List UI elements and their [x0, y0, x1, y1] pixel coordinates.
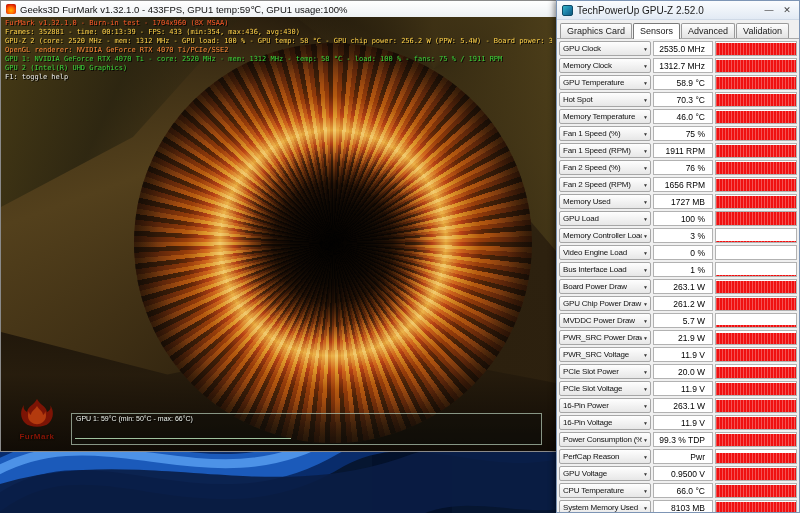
sensor-graph: [715, 483, 797, 498]
gpu-temp-graph-label: GPU 1: 59°C (min: 50°C - max: 66°C): [76, 415, 193, 422]
sensor-value: 11.9 V: [653, 381, 713, 396]
sensor-label-button[interactable]: Power Consumption (%)▼: [559, 432, 651, 447]
osd-line: GPU-Z 2 (core: 2520 MHz - mem: 1312 MHz …: [5, 37, 552, 46]
sensor-graph-fill: [716, 453, 796, 463]
sensor-label-button[interactable]: GPU Load▼: [559, 211, 651, 226]
sensor-row: Fan 1 Speed (%)▼75 %: [559, 125, 797, 142]
sensor-graph: [715, 279, 797, 294]
sensor-label-button[interactable]: GPU Clock▼: [559, 41, 651, 56]
sensor-value: 100 %: [653, 211, 713, 226]
osd-line: Frames: 352881 - time: 00:13:39 - FPS: 4…: [5, 28, 552, 37]
sensor-label-button[interactable]: Memory Temperature▼: [559, 109, 651, 124]
sensor-label-button[interactable]: 16-Pin Voltage▼: [559, 415, 651, 430]
sensor-label-button[interactable]: Fan 2 Speed (RPM)▼: [559, 177, 651, 192]
furmark-render-area: FurMark v1.32.1.0 - Burn-in test - 1704x…: [1, 17, 556, 451]
sensor-label-button[interactable]: Memory Used▼: [559, 194, 651, 209]
sensor-graph-fill: [716, 145, 796, 157]
furmark-fur-donut: [134, 43, 532, 443]
sensor-label-text: Fan 2 Speed (RPM): [563, 180, 642, 189]
sensor-label-button[interactable]: Memory Clock▼: [559, 58, 651, 73]
sensor-label-button[interactable]: Hot Spot▼: [559, 92, 651, 107]
sensor-label-text: Power Consumption (%): [563, 435, 642, 444]
sensor-label-button[interactable]: PWR_SRC Power Draw▼: [559, 330, 651, 345]
chevron-down-icon: ▼: [643, 437, 648, 443]
chevron-down-icon: ▼: [643, 471, 648, 477]
sensor-label-button[interactable]: Fan 1 Speed (%)▼: [559, 126, 651, 141]
furmark-window: Geeks3D FurMark v1.32.1.0 - 433FPS, GPU1…: [0, 0, 557, 452]
sensor-row: CPU Temperature▼66.0 °C: [559, 482, 797, 499]
sensor-label-text: Fan 1 Speed (%): [563, 129, 642, 138]
tab-validation[interactable]: Validation: [736, 23, 789, 38]
sensor-graph-fill: [716, 325, 796, 327]
tab-graphics-card[interactable]: Graphics Card: [560, 23, 632, 38]
sensor-label-button[interactable]: PCIe Slot Power▼: [559, 364, 651, 379]
sensor-label-button[interactable]: PerfCap Reason▼: [559, 449, 651, 464]
sensor-label-button[interactable]: Board Power Draw▼: [559, 279, 651, 294]
sensor-graph-fill: [716, 383, 796, 395]
sensor-label-button[interactable]: PWR_SRC Voltage▼: [559, 347, 651, 362]
sensor-label-button[interactable]: Video Engine Load▼: [559, 245, 651, 260]
furmark-window-title: Geeks3D FurMark v1.32.1.0 - 433FPS, GPU1…: [20, 4, 348, 15]
sensor-value: 20.0 W: [653, 364, 713, 379]
minimize-icon[interactable]: —: [762, 3, 776, 17]
sensor-value: 0 %: [653, 245, 713, 260]
tab-sensors[interactable]: Sensors: [633, 23, 680, 39]
sensor-graph-fill: [716, 298, 796, 310]
sensor-label-text: PWR_SRC Voltage: [563, 350, 642, 359]
chevron-down-icon: ▼: [643, 131, 648, 137]
sensor-label-button[interactable]: GPU Voltage▼: [559, 466, 651, 481]
sensor-graph-fill: [716, 43, 796, 55]
osd-line: OpenGL renderer: NVIDIA GeForce RTX 4070…: [5, 46, 552, 55]
sensor-value: 261.2 W: [653, 296, 713, 311]
sensor-graph: [715, 177, 797, 192]
sensor-graph-fill: [716, 485, 796, 497]
tab-advanced[interactable]: Advanced: [681, 23, 735, 38]
close-icon[interactable]: ✕: [780, 3, 794, 17]
sensor-value: 0.9500 V: [653, 466, 713, 481]
sensor-graph: [715, 92, 797, 107]
sensor-label-button[interactable]: Fan 2 Speed (%)▼: [559, 160, 651, 175]
sensor-label-text: MVDDC Power Draw: [563, 316, 642, 325]
sensor-graph: [715, 364, 797, 379]
sensor-row: Fan 2 Speed (%)▼76 %: [559, 159, 797, 176]
chevron-down-icon: ▼: [643, 267, 648, 273]
sensor-row: GPU Clock▼2535.0 MHz: [559, 40, 797, 57]
furmark-osd-text: FurMark v1.32.1.0 - Burn-in test - 1704x…: [5, 19, 552, 82]
furmark-logo-text: FurMark: [9, 432, 65, 441]
sensor-label-text: GPU Temperature: [563, 78, 642, 87]
osd-line: FurMark v1.32.1.0 - Burn-in test - 1704x…: [5, 19, 552, 28]
chevron-down-icon: ▼: [643, 63, 648, 69]
sensor-graph: [715, 398, 797, 413]
sensor-graph: [715, 262, 797, 277]
sensor-label-button[interactable]: MVDDC Power Draw▼: [559, 313, 651, 328]
chevron-down-icon: ▼: [643, 454, 648, 460]
sensor-label-button[interactable]: PCIe Slot Voltage▼: [559, 381, 651, 396]
sensor-value: 5.7 W: [653, 313, 713, 328]
furmark-titlebar[interactable]: Geeks3D FurMark v1.32.1.0 - 433FPS, GPU1…: [1, 1, 556, 17]
gpuz-titlebar[interactable]: TechPowerUp GPU-Z 2.52.0 — ✕: [557, 1, 799, 20]
sensor-label-button[interactable]: GPU Chip Power Draw▼: [559, 296, 651, 311]
sensor-label-button[interactable]: Bus Interface Load▼: [559, 262, 651, 277]
sensor-graph-fill: [716, 349, 796, 361]
sensor-graph: [715, 143, 797, 158]
sensor-label-text: Bus Interface Load: [563, 265, 642, 274]
sensor-value: 1312.7 MHz: [653, 58, 713, 73]
sensor-graph-fill: [716, 400, 796, 412]
gpu-temp-graph-line: [75, 438, 291, 439]
gpuz-window-title: TechPowerUp GPU-Z 2.52.0: [577, 5, 758, 16]
chevron-down-icon: ▼: [643, 403, 648, 409]
sensor-row: GPU Chip Power Draw▼261.2 W: [559, 295, 797, 312]
chevron-down-icon: ▼: [643, 216, 648, 222]
sensor-label-button[interactable]: Fan 1 Speed (RPM)▼: [559, 143, 651, 158]
sensor-label-button[interactable]: GPU Temperature▼: [559, 75, 651, 90]
osd-line: GPU 1: NVIDIA GeForce RTX 4070 Ti - core…: [5, 55, 552, 64]
sensor-label-button[interactable]: CPU Temperature▼: [559, 483, 651, 498]
sensor-graph-fill: [716, 179, 796, 191]
sensor-value: 46.0 °C: [653, 109, 713, 124]
sensor-label-button[interactable]: Memory Controller Load▼: [559, 228, 651, 243]
sensor-graph-fill: [716, 77, 796, 89]
chevron-down-icon: ▼: [643, 114, 648, 120]
sensor-value: 3 %: [653, 228, 713, 243]
sensor-label-button[interactable]: 16-Pin Power▼: [559, 398, 651, 413]
sensor-label-button[interactable]: System Memory Used▼: [559, 500, 651, 512]
